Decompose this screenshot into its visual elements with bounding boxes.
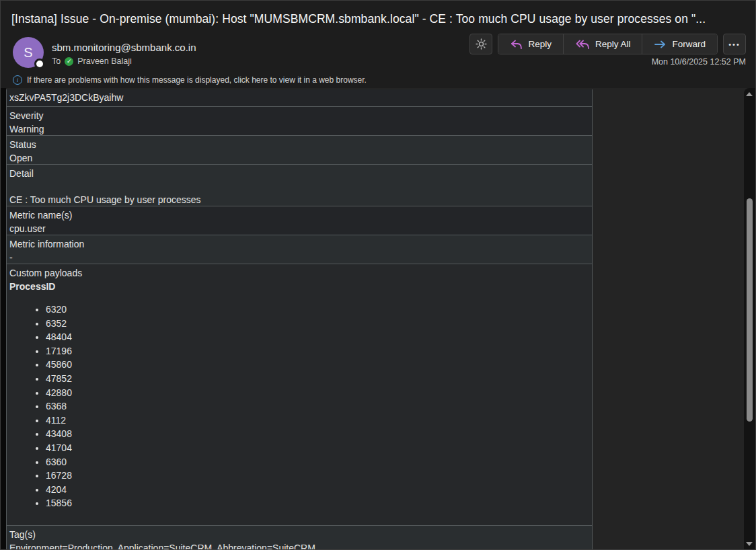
sun-icon (476, 38, 487, 50)
process-id: 48404 (46, 330, 589, 344)
scroll-up-icon[interactable] (746, 92, 753, 96)
message-actions-toolbar: Reply Reply All Forward ••• (469, 34, 746, 54)
process-id-list: 6320 6352 48404 17196 45860 47852 42880 … (9, 303, 589, 510)
info-icon: i (13, 75, 22, 85)
payload-name: ProcessID (9, 280, 589, 293)
presence-status-icon (34, 58, 45, 69)
reply-all-icon (575, 40, 590, 49)
scroll-down-icon[interactable] (746, 542, 753, 546)
spacer (9, 180, 589, 193)
display-problem-message[interactable]: If there are problems with how this mess… (27, 75, 367, 85)
vertical-scrollbar[interactable] (744, 88, 755, 549)
recipient-line: To ✓ Praveen Balaji (52, 56, 132, 66)
process-id: 16728 (46, 469, 589, 483)
process-id: 17196 (46, 344, 589, 358)
message-body: xsZkvPA5Tg2j3DCkByaihw Severity Warning … (1, 88, 755, 549)
recipient-name[interactable]: Praveen Balaji (77, 56, 132, 66)
table-row-metric-name: Metric name(s) cpu.user (7, 206, 592, 235)
ellipsis-icon: ••• (726, 40, 743, 48)
field-value: Environment=Production, Application=Suit… (9, 541, 589, 549)
message-timestamp: Mon 10/6/2025 12:52 PM (652, 57, 746, 67)
field-value: - (9, 251, 589, 264)
email-reading-pane: [Instana] Issue - On-premise (mumbai): H… (0, 0, 756, 550)
more-actions-button[interactable]: ••• (723, 34, 746, 54)
process-id: 6352 (46, 317, 589, 331)
table-row-custom-payloads: Custom payloads ProcessID 6320 6352 4840… (7, 264, 592, 526)
table-row-severity: Severity Warning (7, 107, 592, 136)
table-row-metric-info: Metric information - (7, 235, 592, 264)
to-label: To (52, 56, 61, 66)
field-label: Severity (9, 109, 589, 122)
forward-button[interactable]: Forward (642, 34, 717, 54)
highlight-button[interactable] (469, 34, 492, 54)
sender-email[interactable]: sbm.monitoring@sbmbank.co.in (52, 42, 196, 53)
issue-details-table: xsZkvPA5Tg2j3DCkByaihw Severity Warning … (6, 89, 593, 549)
process-id: 47852 (46, 372, 589, 386)
process-id: 4112 (46, 414, 589, 428)
process-id: 6368 (46, 399, 589, 414)
process-id: 42880 (46, 386, 589, 400)
field-value: CE : Too much CPU usage by user processe… (9, 193, 589, 206)
reply-icon (510, 40, 523, 49)
display-problem-banner[interactable]: i If there are problems with how this me… (13, 75, 735, 85)
table-row-tags: Tag(s) Environment=Production, Applicati… (7, 526, 592, 549)
process-id: 45860 (46, 358, 589, 372)
table-row-detail: Detail CE : Too much CPU usage by user p… (7, 165, 592, 206)
field-label: Custom payloads (9, 266, 589, 280)
field-label: Status (9, 138, 589, 151)
issue-token: xsZkvPA5Tg2j3DCkByaihw (9, 91, 589, 104)
process-id: 6360 (46, 455, 589, 469)
field-label: Metric name(s) (9, 208, 589, 222)
avatar[interactable]: S (13, 37, 44, 68)
reply-label: Reply (528, 39, 552, 49)
field-label: Metric information (9, 237, 589, 251)
table-row-token: xsZkvPA5Tg2j3DCkByaihw (7, 89, 592, 107)
field-label: Detail (9, 167, 589, 180)
reply-all-button[interactable]: Reply All (564, 34, 643, 54)
reply-all-label: Reply All (595, 39, 631, 49)
field-value: cpu.user (9, 222, 589, 235)
email-subject: [Instana] Issue - On-premise (mumbai): H… (11, 12, 728, 26)
scrollbar-thumb[interactable] (747, 198, 753, 422)
field-label: Tag(s) (9, 528, 589, 541)
left-gutter (1, 88, 6, 549)
forward-icon (654, 40, 667, 49)
process-id: 41704 (46, 441, 589, 455)
process-id: 4204 (46, 483, 589, 497)
forward-label: Forward (672, 39, 706, 49)
field-value: Open (9, 151, 589, 165)
avatar-initial: S (24, 45, 32, 61)
reply-button-group: Reply Reply All Forward (498, 34, 718, 54)
field-value: Warning (9, 122, 589, 136)
table-row-status: Status Open (7, 136, 592, 165)
process-id: 6320 (46, 303, 589, 317)
verified-check-icon: ✓ (65, 57, 73, 66)
process-id: 15856 (46, 496, 589, 510)
process-id: 43408 (46, 427, 589, 441)
reply-button[interactable]: Reply (498, 34, 564, 54)
